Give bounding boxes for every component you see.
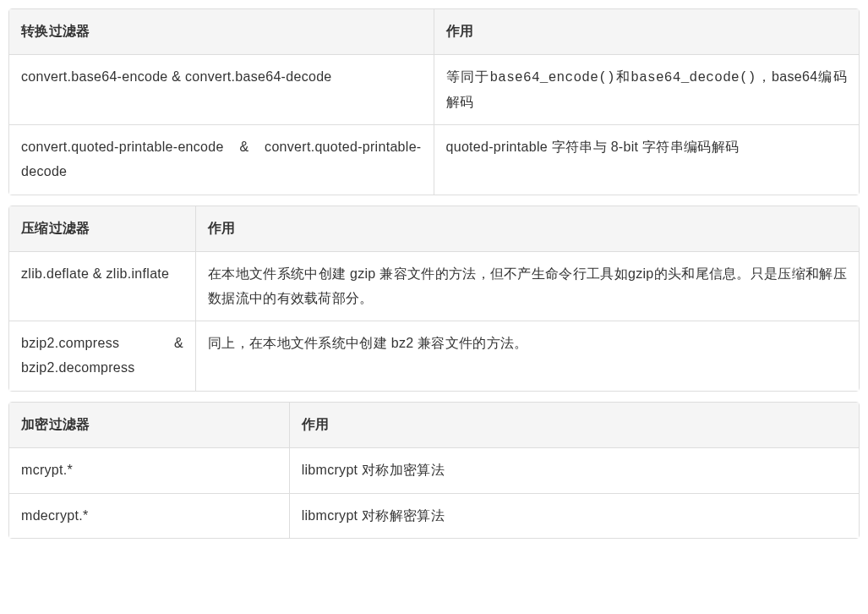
table-row: bzip2.compress & bzip2.decompress 同上，在本地…: [9, 321, 859, 391]
effect-text: 等同于: [446, 69, 490, 84]
filter-cell: bzip2.compress & bzip2.decompress: [9, 321, 196, 391]
table-row: convert.base64-encode & convert.base64-d…: [9, 55, 859, 126]
table-header: 作用: [434, 9, 860, 55]
effect-text: 和: [615, 69, 631, 84]
filter-cell: mdecrypt.*: [9, 494, 290, 539]
effect-cell: 同上，在本地文件系统中创建 bz2 兼容文件的方法。: [196, 321, 859, 391]
filter-text: &: [172, 69, 185, 84]
filter-text: convert.base64-decode: [185, 69, 332, 84]
table-header: 作用: [290, 403, 859, 448]
filter-cell: convert.base64-encode & convert.base64-d…: [9, 55, 434, 126]
filter-text: convert.base64-encode: [21, 69, 172, 84]
table-header: 转换过滤器: [9, 9, 434, 55]
filter-cell: convert.quoted-printable-encode & conver…: [9, 125, 434, 195]
table-row: convert.quoted-printable-encode & conver…: [9, 125, 859, 195]
compress-filter-table: 压缩过滤器 作用 zlib.deflate & zlib.inflate 在本地…: [8, 206, 860, 392]
encrypt-filter-table: 加密过滤器 作用 mcrypt.* libmcrypt 对称加密算法 mdecr…: [8, 402, 860, 539]
table-row: mcrypt.* libmcrypt 对称加密算法: [9, 448, 859, 494]
effect-cell: libmcrypt 对称解密算法: [290, 494, 859, 539]
table-row: zlib.deflate & zlib.inflate 在本地文件系统中创建 g…: [9, 252, 859, 322]
effect-code: base64_decode(): [631, 70, 756, 85]
table-header: 加密过滤器: [9, 403, 290, 448]
effect-cell: 等同于base64_encode()和base64_decode()，base6…: [434, 55, 860, 126]
filter-cell: mcrypt.*: [9, 448, 290, 494]
effect-code: base64_encode(): [489, 70, 615, 85]
convert-filter-table: 转换过滤器 作用 convert.base64-encode & convert…: [8, 8, 860, 195]
table-header: 作用: [196, 206, 859, 252]
filter-text: &: [239, 140, 265, 154]
effect-cell: 在本地文件系统中创建 gzip 兼容文件的方法，但不产生命令行工具如gzip的头…: [196, 252, 859, 322]
filter-cell: zlib.deflate & zlib.inflate: [9, 252, 196, 322]
filter-text: convert.quoted-printable-encode: [21, 140, 239, 154]
effect-cell: libmcrypt 对称加密算法: [290, 448, 859, 494]
effect-cell: quoted-printable 字符串与 8-bit 字符串编码解码: [434, 125, 860, 195]
table-header: 压缩过滤器: [9, 206, 196, 252]
table-row: mdecrypt.* libmcrypt 对称解密算法: [9, 494, 859, 539]
